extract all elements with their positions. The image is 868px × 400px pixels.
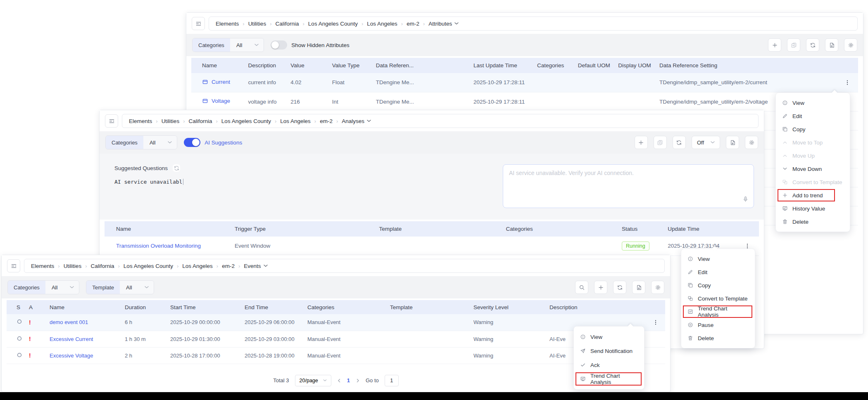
breadcrumb-separator: ›: [303, 21, 304, 27]
event-state-icon[interactable]: [17, 353, 22, 359]
attribute-icon: [202, 79, 208, 85]
breadcrumb-item[interactable]: em-2: [320, 118, 333, 124]
breadcrumb-item[interactable]: Utilities: [248, 21, 266, 27]
menu-item-move-down[interactable]: Move Down: [776, 162, 850, 175]
breadcrumb-item[interactable]: Los Angeles: [280, 118, 311, 124]
breadcrumb-item[interactable]: Elements: [31, 263, 54, 269]
breadcrumb-separator: ›: [238, 263, 240, 269]
show-hidden-attributes-label: Show Hidden Attributes: [291, 42, 349, 48]
alarm-icon: !: [29, 319, 31, 326]
collapse-sidebar-button[interactable]: [105, 114, 118, 128]
menu-item-history-value[interactable]: History Value: [776, 202, 850, 215]
attributes-topbar: Elements› Utilities› California› Los Ang…: [186, 13, 863, 34]
attribute-name-link[interactable]: Current: [202, 79, 230, 85]
ai-question-input[interactable]: [503, 165, 754, 208]
export-button[interactable]: [726, 136, 739, 149]
menu-item-trend-chart-analysis[interactable]: Trend Chart Analysis: [681, 305, 755, 318]
breadcrumb-item[interactable]: Elements: [216, 21, 239, 27]
collapse-sidebar-button[interactable]: [7, 259, 20, 272]
text-cursor: [183, 179, 183, 185]
menu-item-ack[interactable]: Ack: [574, 358, 644, 372]
breadcrumb-current-dropdown[interactable]: Events: [244, 263, 267, 269]
menu-item-view[interactable]: View: [776, 96, 850, 109]
breadcrumb-item[interactable]: Los Angeles: [367, 21, 397, 27]
event-name-link[interactable]: Excessive Current: [50, 336, 93, 342]
ai-mode-select[interactable]: Off: [692, 136, 720, 149]
breadcrumb-separator: ›: [361, 21, 363, 27]
categories-filter[interactable]: Categories All: [192, 38, 264, 52]
breadcrumb-item[interactable]: California: [275, 21, 299, 27]
breadcrumb-item[interactable]: Los Angeles County: [124, 263, 173, 269]
settings-button[interactable]: [745, 136, 758, 149]
export-button[interactable]: [825, 38, 838, 52]
row-actions-kebab[interactable]: [650, 317, 661, 328]
breadcrumb-item[interactable]: California: [90, 263, 114, 269]
event-state-icon[interactable]: [17, 320, 22, 326]
menu-item-add-to-trend[interactable]: Add to trend: [776, 189, 850, 202]
categories-filter[interactable]: Categories All: [7, 280, 79, 294]
menu-item-send-notification[interactable]: Send Notification: [574, 344, 644, 358]
settings-button[interactable]: [844, 38, 857, 52]
row-actions-kebab[interactable]: [842, 77, 853, 88]
event-name-link[interactable]: demo event 001: [50, 319, 88, 325]
categories-filter-value: All: [150, 140, 155, 146]
prev-page-button[interactable]: [337, 379, 341, 383]
page-size-select[interactable]: 20/page: [295, 375, 331, 386]
refresh-button[interactable]: [806, 38, 819, 52]
menu-item-pause[interactable]: Pause: [681, 318, 755, 331]
duplicate-button: [787, 38, 800, 52]
categories-filter-label: Categories: [106, 136, 143, 149]
breadcrumb-current-dropdown[interactable]: Attributes: [428, 21, 459, 27]
settings-button[interactable]: [651, 281, 664, 294]
breadcrumb-item[interactable]: Utilities: [64, 263, 82, 269]
next-page-button[interactable]: [356, 379, 360, 383]
menu-item-trend-chart-analysis[interactable]: Trend Chart Analysis: [574, 372, 644, 386]
categories-filter-label: Categories: [8, 281, 45, 294]
categories-filter[interactable]: Categories All: [105, 135, 177, 149]
breadcrumb-item[interactable]: Los Angeles County: [221, 118, 271, 124]
refresh-suggestions-button[interactable]: [173, 164, 180, 172]
breadcrumb-item[interactable]: Los Angeles: [182, 263, 213, 269]
add-button[interactable]: [594, 281, 607, 294]
refresh-button[interactable]: [613, 281, 626, 294]
suggested-question[interactable]: AI service unavailabl: [114, 179, 503, 185]
add-button[interactable]: [635, 136, 648, 149]
breadcrumb-separator: ›: [177, 263, 178, 269]
ai-suggestions-section: Suggested Questions AI service unavailab…: [100, 154, 764, 220]
menu-item-view[interactable]: View: [574, 330, 644, 344]
analysis-row: Transmission Overload Monitoring Event W…: [105, 237, 759, 256]
attribute-name-link[interactable]: Voltage: [202, 98, 230, 104]
menu-item-copy[interactable]: Copy: [681, 279, 755, 292]
breadcrumb-item[interactable]: Los Angeles County: [308, 21, 358, 27]
plus-icon: [782, 192, 788, 198]
breadcrumb-current-dropdown[interactable]: Analyses: [342, 118, 371, 124]
goto-page-input[interactable]: [385, 375, 399, 386]
event-name-link[interactable]: Excessive Voltage: [50, 353, 93, 359]
menu-item-view[interactable]: View: [681, 252, 755, 265]
menu-item-delete[interactable]: Delete: [776, 215, 850, 228]
breadcrumb-item[interactable]: em-2: [222, 263, 235, 269]
menu-item-edit[interactable]: Edit: [776, 109, 850, 123]
breadcrumb-item[interactable]: Utilities: [162, 118, 180, 124]
export-button[interactable]: [632, 281, 645, 294]
analysis-name-link[interactable]: Transmission Overload Monitoring: [116, 243, 201, 249]
collapse-sidebar-button[interactable]: [192, 17, 205, 30]
menu-item-copy[interactable]: Copy: [776, 123, 850, 136]
menu-item-edit[interactable]: Edit: [681, 265, 755, 279]
show-hidden-attributes-toggle[interactable]: [271, 40, 287, 50]
menu-item-convert-to-template[interactable]: Convert to Template: [681, 292, 755, 305]
breadcrumb-item[interactable]: California: [188, 118, 212, 124]
ai-suggestions-toggle[interactable]: [184, 138, 200, 147]
template-filter[interactable]: Template All: [86, 280, 154, 294]
current-page[interactable]: 1: [347, 377, 350, 383]
add-button[interactable]: [768, 38, 781, 52]
refresh-button[interactable]: [673, 136, 686, 149]
breadcrumb-item[interactable]: em-2: [407, 21, 419, 27]
breadcrumb-separator: ›: [336, 118, 338, 124]
menu-item-delete[interactable]: Delete: [681, 331, 755, 345]
chevron-down-icon: [367, 120, 371, 122]
event-state-icon[interactable]: [17, 336, 22, 343]
search-button[interactable]: [575, 281, 588, 294]
microphone-button[interactable]: [742, 196, 749, 204]
breadcrumb-item[interactable]: Elements: [129, 118, 152, 124]
